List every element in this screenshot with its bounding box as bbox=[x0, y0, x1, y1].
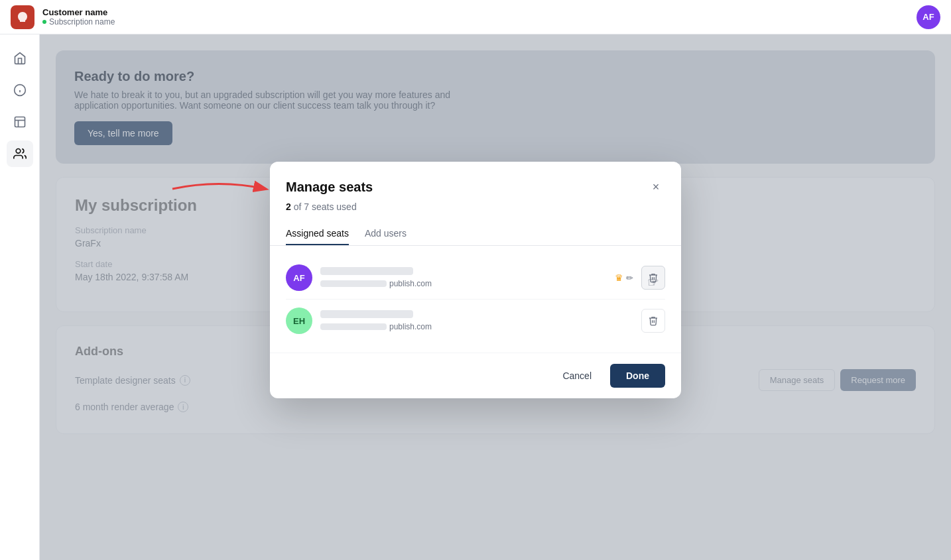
topbar: Customer name Subscription name AF bbox=[0, 0, 951, 34]
user-2-email-suffix: publish.com bbox=[389, 322, 432, 331]
customer-info: Customer name Subscription name bbox=[42, 7, 115, 27]
customer-name: Customer name bbox=[42, 7, 115, 17]
user-2-email-blur bbox=[320, 323, 387, 330]
sidebar-item-home[interactable] bbox=[7, 45, 33, 72]
done-button[interactable]: Done bbox=[610, 364, 665, 388]
user-1-name-blur bbox=[320, 267, 413, 275]
svg-point-6 bbox=[16, 149, 21, 154]
modal-body: AF publish.com ♛ ✏ bbox=[270, 246, 681, 353]
topbar-left: Customer name Subscription name bbox=[11, 5, 115, 29]
app-logo bbox=[11, 5, 34, 29]
user-row: AF publish.com ♛ ✏ bbox=[286, 256, 665, 300]
modal-tabs: Assigned seats Add users bbox=[270, 212, 681, 246]
subscription-name-badge: Subscription name bbox=[42, 17, 115, 27]
user-2-info: publish.com bbox=[320, 310, 633, 331]
tab-add-users[interactable]: Add users bbox=[365, 223, 407, 245]
user-1-delete-button[interactable]: ☞ bbox=[641, 266, 665, 290]
modal-subtitle: 2 of 7 seats used bbox=[270, 196, 681, 212]
user-1-role-icons: ♛ ✏ bbox=[615, 272, 633, 283]
modal-close-button[interactable]: × bbox=[647, 178, 665, 196]
svg-rect-3 bbox=[15, 117, 25, 127]
user-1-info: publish.com bbox=[320, 267, 602, 288]
modal-footer: Cancel Done bbox=[270, 353, 681, 398]
tab-assigned-seats[interactable]: Assigned seats bbox=[286, 223, 349, 245]
modal-header: Manage seats × bbox=[270, 162, 681, 196]
sidebar-item-layout[interactable] bbox=[7, 109, 33, 135]
crown-icon: ♛ bbox=[615, 272, 623, 283]
user-2-email-row: publish.com bbox=[320, 322, 633, 331]
sidebar-item-info[interactable] bbox=[7, 77, 33, 103]
user-1-email-suffix: publish.com bbox=[389, 279, 432, 288]
edit-icon: ✏ bbox=[626, 273, 633, 283]
sidebar-item-users[interactable] bbox=[7, 140, 33, 167]
user-avatar[interactable]: AF bbox=[917, 5, 940, 29]
user-2-avatar: EH bbox=[286, 308, 312, 334]
user-2-delete-button[interactable] bbox=[641, 309, 665, 333]
manage-seats-modal: Manage seats × 2 of 7 seats used Assigne… bbox=[270, 162, 681, 398]
user-1-avatar: AF bbox=[286, 264, 312, 291]
user-1-email-blur bbox=[320, 280, 387, 287]
user-1-email-row: publish.com bbox=[320, 279, 602, 288]
sidebar bbox=[0, 34, 40, 560]
user-2-name-blur bbox=[320, 310, 413, 318]
modal-title: Manage seats bbox=[286, 180, 373, 195]
user-row: EH publish.com bbox=[286, 300, 665, 342]
cancel-button[interactable]: Cancel bbox=[552, 364, 602, 388]
